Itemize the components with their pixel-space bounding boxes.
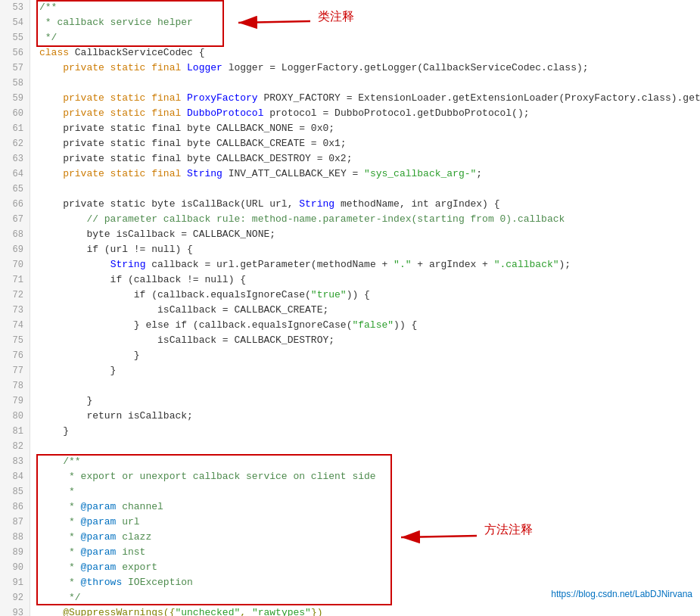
code-line: * @param inst (39, 545, 700, 560)
line-number: 53 (6, 0, 23, 15)
code-line: } (39, 424, 700, 439)
code-line: class CallbackServiceCodec { (39, 45, 700, 61)
line-number: 80 (6, 409, 23, 424)
line-number: 73 (6, 303, 23, 318)
code-line: byte isCallback = CALLBACK_NONE; (39, 227, 700, 242)
code-line: if (callback != null) { (39, 272, 700, 288)
line-number: 71 (6, 272, 23, 288)
line-number: 74 (6, 318, 23, 333)
code-line: /** (39, 0, 700, 15)
code-container: 5354555657585960616263646566676869707172… (0, 0, 700, 616)
class-comment-label: 类注释 (318, 9, 354, 25)
code-line: private static final byte CALLBACK_NONE … (39, 121, 700, 136)
line-number: 66 (6, 197, 23, 212)
line-number: 64 (6, 166, 23, 182)
line-number: 63 (6, 151, 23, 166)
code-line: isCallback = CALLBACK_DESTROY; (39, 333, 700, 348)
line-number: 70 (6, 257, 23, 272)
line-number: 85 (6, 484, 23, 499)
code-line: * callback service helper (39, 15, 700, 30)
code-line: private static final DubboProtocol proto… (39, 106, 700, 121)
line-number: 56 (6, 45, 23, 61)
code-line (39, 182, 700, 197)
line-number: 88 (6, 530, 23, 545)
line-number: 61 (6, 121, 23, 136)
code-line: return isCallback; (39, 409, 700, 424)
line-number: 82 (6, 439, 23, 454)
line-number: 65 (6, 182, 23, 197)
line-number: 77 (6, 363, 23, 378)
code-line: * export or unexport callback service on… (39, 469, 700, 484)
code-line: */ (39, 30, 700, 45)
line-number: 62 (6, 136, 23, 151)
line-number: 84 (6, 469, 23, 484)
code-line (39, 76, 700, 91)
line-number: 54 (6, 15, 23, 30)
line-number: 58 (6, 76, 23, 91)
code-line: private static byte isCallBack(URL url, … (39, 197, 700, 212)
line-number: 68 (6, 227, 23, 242)
line-number: 69 (6, 242, 23, 257)
line-number: 57 (6, 61, 23, 76)
line-number: 67 (6, 212, 23, 227)
line-number: 87 (6, 515, 23, 530)
code-line: } (39, 394, 700, 409)
code-line: * @param url (39, 515, 700, 530)
line-number: 79 (6, 394, 23, 409)
line-number: 76 (6, 348, 23, 363)
line-number: 91 (6, 575, 23, 590)
code-line: /** (39, 454, 700, 469)
code-line (39, 439, 700, 454)
method-comment-label: 方法注释 (484, 522, 533, 538)
line-number: 90 (6, 560, 23, 575)
code-line: * (39, 484, 700, 499)
code-lines: /** * callback service helper */class Ca… (39, 0, 700, 616)
code-line: } (39, 348, 700, 363)
code-line: * @param export (39, 560, 700, 575)
line-number: 86 (6, 499, 23, 515)
code-line: private static final Logger logger = Log… (39, 61, 700, 76)
code-line (39, 378, 700, 394)
line-number: 55 (6, 30, 23, 45)
code-line: if (url != null) { (39, 242, 700, 257)
code-area: 类注释 方法注释 /** * callback service helper *… (30, 0, 700, 616)
line-number: 60 (6, 106, 23, 121)
code-line: } else if (callback.equalsIgnoreCase("fa… (39, 318, 700, 333)
code-line: isCallback = CALLBACK_CREATE; (39, 303, 700, 318)
code-line: * @param channel (39, 499, 700, 515)
code-line: private static final ProxyFactory PROXY_… (39, 91, 700, 106)
line-number: 83 (6, 454, 23, 469)
line-number: 93 (6, 605, 23, 616)
code-line: private static final String INV_ATT_CALL… (39, 166, 700, 182)
code-line: * @throws IOException (39, 575, 700, 590)
line-number: 81 (6, 424, 23, 439)
line-number: 92 (6, 590, 23, 605)
line-number: 72 (6, 288, 23, 303)
code-line: String callback = url.getParameter(metho… (39, 257, 700, 272)
code-line: // parameter callback rule: method-name.… (39, 212, 700, 227)
line-number: 78 (6, 378, 23, 394)
code-line: } (39, 363, 700, 378)
line-number: 75 (6, 333, 23, 348)
code-line: * @param clazz (39, 530, 700, 545)
watermark: https://blog.csdn.net/LabDJNirvana (551, 589, 692, 599)
code-line: @SuppressWarnings({"unchecked", "rawtype… (39, 605, 700, 616)
line-numbers: 5354555657585960616263646566676869707172… (0, 0, 30, 616)
line-number: 59 (6, 91, 23, 106)
code-line: private static final byte CALLBACK_CREAT… (39, 136, 700, 151)
code-line: private static final byte CALLBACK_DESTR… (39, 151, 700, 166)
code-line: if (callback.equalsIgnoreCase("true")) { (39, 288, 700, 303)
line-number: 89 (6, 545, 23, 560)
